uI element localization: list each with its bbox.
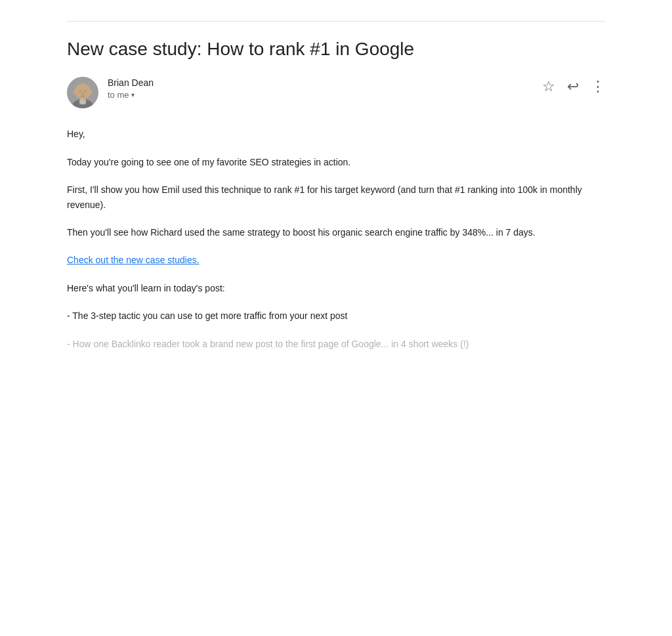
bullet1: - The 3-step tactic you can use to get m… <box>67 308 605 323</box>
greeting: Hey, <box>67 127 605 141</box>
email-body: Hey, Today you're going to see one of my… <box>67 127 605 351</box>
sender-info: Brian Dean to me ▾ <box>67 77 154 108</box>
chevron-down-icon: ▾ <box>131 91 135 98</box>
case-studies-link[interactable]: Check out the new case studies. <box>67 255 200 265</box>
svg-point-4 <box>74 90 77 94</box>
email-container: New case study: How to rank #1 in Google <box>41 0 631 391</box>
svg-point-5 <box>89 90 92 94</box>
reply-icon[interactable]: ↩ <box>567 79 579 94</box>
avatar <box>67 77 98 108</box>
paragraph4: Here's what you'll learn in today's post… <box>67 281 605 295</box>
paragraph2: First, I'll show you how Emil used this … <box>67 182 605 212</box>
svg-point-6 <box>79 91 81 93</box>
svg-rect-2 <box>79 99 86 104</box>
paragraph3: Then you'll see how Richard used the sam… <box>67 225 605 240</box>
sender-name: Brian Dean <box>108 77 154 90</box>
more-options-icon[interactable]: ⋮ <box>591 79 605 94</box>
email-subject: New case study: How to rank #1 in Google <box>67 37 605 61</box>
star-icon[interactable]: ☆ <box>542 79 555 94</box>
bullet2: - How one Backlinko reader took a brand … <box>67 337 605 351</box>
svg-point-7 <box>84 91 87 93</box>
email-header: Brian Dean to me ▾ ☆ ↩ ⋮ <box>67 77 605 108</box>
cta-link-paragraph: Check out the new case studies. <box>67 253 605 267</box>
svg-point-8 <box>82 93 84 95</box>
email-actions: ☆ ↩ ⋮ <box>542 79 605 94</box>
sender-to[interactable]: to me ▾ <box>108 90 154 100</box>
sender-details: Brian Dean to me ▾ <box>108 77 154 100</box>
paragraph1: Today you're going to see one of my favo… <box>67 155 605 169</box>
top-divider <box>67 21 605 22</box>
